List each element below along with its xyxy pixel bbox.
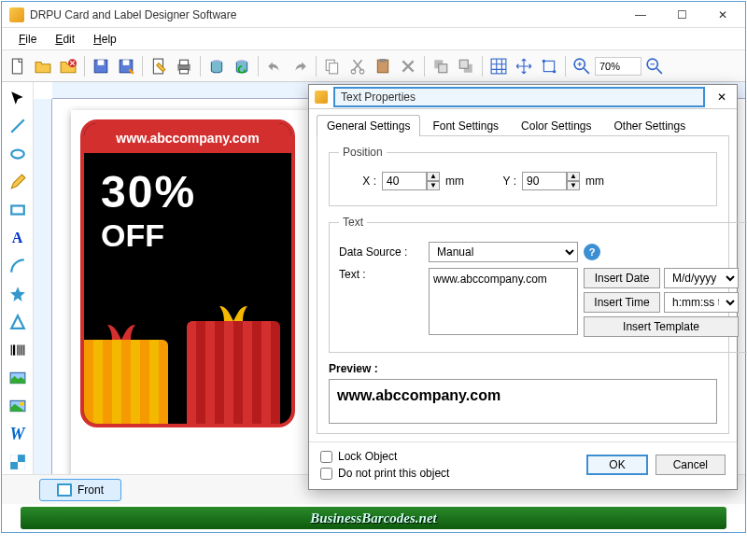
insert-template-button[interactable]: Insert Template	[584, 316, 739, 337]
svg-rect-29	[11, 206, 24, 215]
page-tab-label: Front	[78, 483, 104, 497]
delete-icon[interactable]	[396, 54, 420, 78]
menu-help[interactable]: Help	[84, 31, 126, 48]
card-url-text[interactable]: www.abccompany.com	[84, 123, 291, 153]
arc-tool-icon[interactable]	[6, 254, 30, 278]
toolbar-separator	[84, 56, 85, 77]
cut-icon[interactable]	[345, 54, 370, 78]
wordart-tool-icon[interactable]: W	[6, 422, 30, 446]
library-tool-icon[interactable]	[6, 394, 30, 418]
lock-object-checkbox[interactable]: Lock Object	[320, 450, 449, 463]
y-spin-up[interactable]: ▲	[567, 172, 580, 181]
card-off-text[interactable]: OFF	[84, 217, 291, 254]
ruler-vertical	[34, 99, 52, 474]
save-icon[interactable]	[89, 54, 113, 78]
window-title: DRPU Card and Label Designer Software	[30, 8, 620, 21]
insert-date-button[interactable]: Insert Date	[584, 268, 660, 288]
zoom-in-icon[interactable]	[570, 54, 594, 78]
dialog-tabs: General Settings Font Settings Color Set…	[309, 109, 737, 136]
card-percent-text[interactable]: 30%	[84, 153, 291, 217]
toolbar-separator	[482, 56, 483, 77]
text-properties-dialog: Text Properties ✕ General Settings Font …	[308, 84, 738, 490]
x-unit: mm	[445, 175, 464, 188]
help-icon[interactable]: ?	[584, 244, 600, 260]
cancel-button[interactable]: Cancel	[655, 455, 726, 475]
dialog-close-button[interactable]: ✕	[711, 91, 733, 104]
pencil-tool-icon[interactable]	[6, 170, 30, 194]
svg-rect-19	[439, 63, 447, 72]
preview-label: Preview :	[329, 362, 717, 375]
x-spin-up[interactable]: ▲	[427, 172, 440, 181]
y-unit: mm	[585, 175, 604, 188]
new-icon[interactable]	[6, 54, 30, 78]
zoom-input[interactable]	[595, 57, 641, 76]
edit-icon[interactable]	[147, 54, 171, 78]
tab-font-settings[interactable]: Font Settings	[422, 115, 509, 136]
menubar: File Edit Help	[2, 28, 745, 50]
design-canvas[interactable]: www.abccompany.com 30% OFF	[71, 110, 332, 474]
position-legend: Position	[339, 146, 387, 159]
y-spin-down[interactable]: ▼	[567, 181, 580, 190]
triangle-tool-icon[interactable]	[6, 310, 30, 334]
pattern-tool-icon[interactable]	[6, 450, 30, 474]
move-icon[interactable]	[512, 54, 536, 78]
save-as-icon[interactable]	[114, 54, 138, 78]
text-legend: Text	[339, 216, 367, 229]
bring-front-icon[interactable]	[429, 54, 453, 78]
svg-rect-37	[59, 485, 70, 495]
database-refresh-icon[interactable]	[230, 54, 254, 78]
star-tool-icon[interactable]	[6, 282, 30, 306]
svg-rect-17	[380, 59, 387, 62]
text-label: Text :	[339, 268, 423, 281]
tab-color-settings[interactable]: Color Settings	[511, 115, 601, 136]
undo-icon[interactable]	[262, 54, 287, 78]
page-icon	[57, 483, 72, 497]
ellipse-tool-icon[interactable]	[6, 142, 30, 166]
toolbar	[2, 50, 745, 82]
resize-icon[interactable]	[537, 54, 561, 78]
barcode-tool-icon[interactable]	[6, 338, 30, 362]
minimize-button[interactable]: —	[620, 2, 661, 28]
svg-point-28	[11, 150, 24, 159]
maximize-button[interactable]: ☐	[661, 2, 702, 28]
copy-icon[interactable]	[320, 54, 345, 78]
x-spin-down[interactable]: ▼	[427, 181, 440, 190]
menu-edit[interactable]: Edit	[46, 31, 84, 48]
card-design[interactable]: www.abccompany.com 30% OFF	[80, 119, 295, 427]
date-format-select[interactable]: M/d/yyyy	[664, 268, 739, 288]
tab-general-settings[interactable]: General Settings	[317, 115, 420, 136]
svg-point-25	[553, 69, 556, 72]
data-source-select[interactable]: Manual	[429, 242, 578, 262]
time-format-select[interactable]: h:mm:ss tt	[664, 292, 739, 313]
ok-button[interactable]: OK	[586, 455, 647, 475]
close-button[interactable]: ✕	[702, 2, 743, 28]
page-tab-front[interactable]: Front	[39, 479, 121, 501]
image-tool-icon[interactable]	[6, 366, 30, 390]
gift-graphics	[84, 312, 291, 424]
close-file-icon[interactable]	[56, 54, 80, 78]
line-tool-icon[interactable]	[6, 114, 30, 138]
y-input[interactable]	[522, 172, 567, 190]
text-input[interactable]	[429, 268, 578, 335]
dialog-titlebar: Text Properties ✕	[309, 85, 737, 109]
print-icon[interactable]	[172, 54, 196, 78]
x-input[interactable]	[382, 172, 427, 190]
do-not-print-checkbox[interactable]: Do not print this object	[320, 467, 449, 480]
menu-file[interactable]: File	[9, 31, 46, 48]
send-back-icon[interactable]	[454, 54, 478, 78]
rectangle-tool-icon[interactable]	[6, 198, 30, 222]
svg-rect-8	[180, 60, 189, 65]
toolbar-separator	[200, 56, 201, 77]
zoom-out-icon[interactable]	[642, 54, 667, 78]
grid-icon[interactable]	[486, 54, 511, 78]
paste-icon[interactable]	[371, 54, 395, 78]
select-tool-icon[interactable]	[6, 86, 30, 110]
tab-other-settings[interactable]: Other Settings	[603, 115, 696, 136]
open-icon[interactable]	[31, 54, 55, 78]
toolbar-separator	[424, 56, 425, 77]
database-icon[interactable]	[204, 54, 229, 78]
toolbar-separator	[565, 56, 566, 77]
redo-icon[interactable]	[288, 54, 312, 78]
text-tool-icon[interactable]: A	[6, 226, 30, 250]
insert-time-button[interactable]: Insert Time	[584, 292, 660, 313]
